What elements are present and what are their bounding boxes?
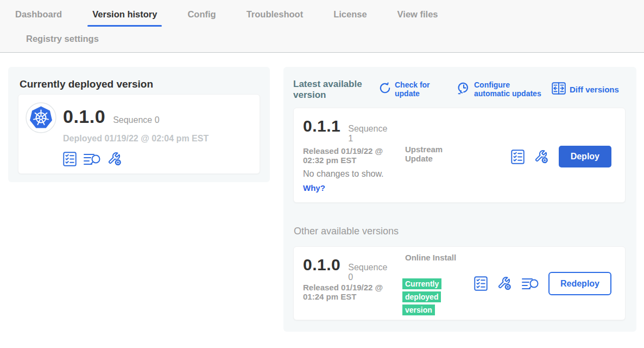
other-version-source: Online Install bbox=[405, 253, 459, 262]
tab-registry-settings[interactable]: Registry settings bbox=[26, 34, 99, 44]
other-version-actions: Redeploy bbox=[474, 272, 611, 295]
diff-versions-label: Diff versions bbox=[570, 85, 619, 94]
tab-dashboard[interactable]: Dashboard bbox=[15, 9, 62, 20]
tab-config[interactable]: Config bbox=[187, 9, 216, 20]
config-wrench-gear-icon[interactable] bbox=[108, 152, 122, 166]
latest-version-row: 0.1.1 Sequence 1 bbox=[303, 118, 392, 144]
configure-automatic-updates-link[interactable]: Configure automatic updates bbox=[457, 80, 547, 98]
preflight-checklist-icon[interactable] bbox=[474, 276, 488, 291]
tab-view-files[interactable]: View files bbox=[397, 9, 438, 20]
currently-deployed-badge-wrap: Currently deployed version bbox=[402, 277, 448, 316]
deployed-timestamp: Deployed 01/19/22 @ 02:04 pm EST bbox=[63, 134, 209, 144]
main-nav-row2: Registry settings bbox=[26, 34, 99, 44]
redeploy-button[interactable]: Redeploy bbox=[548, 272, 611, 295]
other-version-sequence: Sequence 0 bbox=[348, 263, 392, 282]
no-changes-text: No changes to show. bbox=[303, 169, 384, 179]
tab-troubleshoot[interactable]: Troubleshoot bbox=[247, 9, 304, 20]
tab-license[interactable]: License bbox=[333, 9, 367, 20]
preflight-checklist-icon[interactable] bbox=[511, 150, 525, 164]
app-header: Dashboard Version history Config Trouble… bbox=[0, 0, 644, 53]
deployed-version-number: 0.1.0 bbox=[63, 107, 105, 126]
other-released-timestamp: Released 01/19/22 @ 01:24 pm EST bbox=[303, 283, 396, 301]
deployed-version-sequence: Sequence 0 bbox=[113, 115, 159, 125]
check-for-update-label: Check for update bbox=[395, 80, 449, 98]
config-wrench-gear-icon[interactable] bbox=[534, 150, 549, 164]
tab-version-history[interactable]: Version history bbox=[92, 9, 157, 20]
diff-versions-link[interactable]: Diff versions bbox=[552, 82, 619, 97]
currently-deployed-badge: Currently deployed version bbox=[402, 278, 441, 315]
kubernetes-app-icon bbox=[26, 102, 56, 133]
deploy-logs-icon[interactable] bbox=[522, 277, 539, 291]
deployed-version-card: 0.1.0 Sequence 0 Deployed 01/19/22 @ 02:… bbox=[18, 94, 260, 174]
other-version-card: 0.1.0 Sequence 0 Released 01/19/22 @ 01:… bbox=[293, 246, 626, 320]
other-version-row: 0.1.0 Sequence 0 bbox=[303, 257, 392, 282]
refresh-icon bbox=[378, 82, 391, 97]
other-version-number: 0.1.0 bbox=[303, 257, 340, 273]
deploy-logs-icon[interactable] bbox=[84, 152, 100, 166]
why-link[interactable]: Why? bbox=[303, 183, 325, 192]
preflight-checklist-icon[interactable] bbox=[63, 152, 77, 166]
latest-available-title: Latest available version bbox=[293, 79, 375, 101]
latest-version-card: 0.1.1 Sequence 1 Released 01/19/22 @ 02:… bbox=[293, 108, 626, 203]
latest-version-number: 0.1.1 bbox=[303, 118, 340, 134]
schedule-sync-icon bbox=[457, 81, 470, 97]
config-wrench-gear-icon[interactable] bbox=[497, 276, 512, 291]
main-nav: Dashboard Version history Config Trouble… bbox=[15, 9, 438, 20]
latest-version-sequence: Sequence 1 bbox=[348, 124, 392, 144]
latest-released-timestamp: Released 01/19/22 @ 02:32 pm EST bbox=[303, 146, 396, 165]
deploy-button[interactable]: Deploy bbox=[559, 146, 611, 167]
configure-automatic-updates-label: Configure automatic updates bbox=[474, 80, 547, 98]
check-for-update-link[interactable]: Check for update bbox=[378, 80, 449, 98]
other-versions-heading: Other available versions bbox=[294, 226, 399, 237]
currently-deployed-title: Currently deployed version bbox=[20, 78, 153, 90]
latest-version-source: Upstream Update bbox=[405, 145, 459, 163]
latest-version-actions: Deploy bbox=[511, 146, 611, 167]
diff-icon bbox=[552, 82, 566, 97]
deployed-version-actions bbox=[63, 152, 122, 166]
latest-available-panel: Latest available version Check for updat… bbox=[283, 67, 636, 332]
currently-deployed-panel: Currently deployed version 0.1.0 Sequenc… bbox=[8, 67, 270, 182]
deployed-version-row: 0.1.0 Sequence 0 bbox=[63, 107, 160, 126]
